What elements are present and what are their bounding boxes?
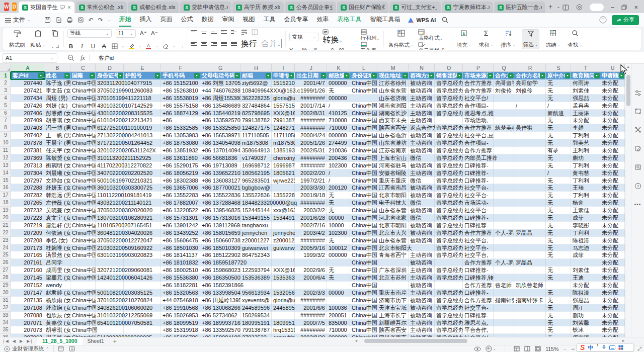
grid-cell[interactable]: 210303200509160922 [96, 244, 124, 252]
grid-cell[interactable]: +44 07546918 [161, 297, 200, 304]
menu-tab[interactable]: 效率 [317, 13, 329, 27]
horizontal-scroll-thumb[interactable] [364, 339, 467, 343]
grid-cell[interactable]: 罗晶晶 [514, 259, 546, 267]
grid-cell[interactable]: / [514, 102, 546, 110]
grid-cell[interactable]: +86 15320563 [161, 289, 200, 297]
grid-cell[interactable] [124, 282, 161, 289]
grid-cell[interactable]: 207071 [11, 319, 44, 327]
menu-tab[interactable]: 公式 [181, 13, 193, 27]
grid-cell[interactable]: 微信 [409, 154, 435, 162]
font-name-select[interactable]: 等线⌄ [67, 29, 112, 38]
grid-cell[interactable] [514, 267, 546, 274]
grid-cell[interactable]: guiwanwei [240, 244, 272, 252]
grid-cell[interactable]: 320721200209060081 [96, 267, 124, 274]
column-header-cell[interactable]: 邮箱 [240, 72, 272, 79]
grid-cell[interactable]: 口碑推荐- [463, 312, 494, 319]
grid-cell[interactable]: 凯欣曾老师 [514, 282, 546, 289]
grid-cell[interactable]: 未分配 [600, 319, 625, 327]
grid-cell[interactable]: 153449155 [240, 214, 272, 222]
grid-cell[interactable]: +86 1335925706 [200, 326, 240, 334]
filter-button-icon[interactable] [429, 73, 434, 78]
grid-cell[interactable]: China中国 [350, 214, 377, 222]
print-icon[interactable] [66, 17, 73, 23]
copy-button[interactable]: ⌄ [50, 29, 60, 49]
grid-cell[interactable]: 郭美艺 [571, 139, 600, 147]
grid-cell[interactable]: 主动咨询 [409, 110, 435, 117]
number-format-select[interactable]: 常规⌄ [289, 33, 318, 41]
grid-cell[interactable]: China中国 [70, 222, 96, 229]
prev-sheet-icon[interactable]: ◀ [13, 339, 16, 343]
grid-cell[interactable]: China中国 [70, 199, 96, 207]
column-header-cell[interactable]: 国籍 [70, 72, 96, 79]
grid-cell[interactable]: +86 18874129 [161, 110, 200, 117]
grid-cell[interactable]: gloria@uk [272, 95, 295, 102]
grid-cell[interactable]: 2005/9/16 [295, 244, 327, 252]
grid-cell[interactable]: 未分配 [600, 162, 625, 169]
grid-cell[interactable] [494, 95, 514, 102]
select-all-corner[interactable] [0, 64, 11, 72]
sheet-tab[interactable]: Sheet1 [83, 337, 109, 345]
grid-cell[interactable]: 130703200106280921 [96, 214, 124, 222]
grid-cell[interactable]: +86 19910568 [161, 304, 200, 312]
currency-format-button[interactable]: ¥⌄ [289, 45, 296, 51]
grid-cell[interactable]: China中国 [350, 222, 377, 229]
grid-cell[interactable]: 864752343 [240, 251, 272, 259]
grid-cell[interactable] [240, 282, 272, 289]
row-number[interactable]: 13 [0, 162, 11, 169]
grid-cell[interactable] [96, 326, 124, 334]
grid-cell[interactable]: 207152 [11, 282, 44, 289]
format-painter-button[interactable]: 格式刷 [8, 29, 26, 49]
grid-cell[interactable]: 169698712 [240, 162, 272, 169]
grid-cell[interactable]: 未分配 [600, 110, 625, 117]
column-letter[interactable]: Q [494, 64, 514, 72]
grid-cell[interactable]: ######## [295, 95, 327, 102]
table-style-button[interactable]: 表格样式⌄ [418, 29, 448, 42]
grid-cell[interactable]: XXX@163. [272, 110, 295, 117]
grid-cell[interactable]: 陈祖清 [571, 289, 600, 297]
grid-cell[interactable]: +86 15332585 [161, 124, 200, 132]
filter-button-icon[interactable] [90, 73, 95, 78]
page-break-view-icon[interactable] [535, 346, 541, 351]
grid-cell[interactable]: +86 18595187720 [200, 259, 240, 267]
grid-cell[interactable]: +86 1582391866 [200, 282, 240, 289]
grid-cell[interactable]: 主动咨询 [409, 95, 435, 102]
grid-cell[interactable]: 207108 [11, 304, 44, 312]
scroll-up-icon[interactable]: ▲ [625, 64, 631, 70]
sum-button[interactable]: Σ 求和⌄ [477, 29, 495, 49]
grid-cell[interactable]: 唐浩轩 (男 [44, 222, 70, 229]
grid-cell[interactable]: 丁利利 [571, 177, 600, 185]
grid-cell[interactable]: 舒欣娴 (女 [44, 304, 70, 312]
book-search-icon[interactable] [634, 164, 641, 170]
grid-cell[interactable]: 无 [327, 199, 350, 207]
grid-cell[interactable]: China中国 [350, 326, 377, 334]
sogou-logo[interactable]: S [580, 344, 585, 351]
grid-cell[interactable]: 市场活动, [463, 117, 494, 124]
grid-cell[interactable]: 孟冉冉 [571, 102, 600, 110]
column-letter[interactable]: D [96, 64, 124, 72]
grid-cell[interactable]: +86 17882007 [161, 199, 200, 207]
file-tab[interactable]: S宁夏教师样本.xlsx [442, 2, 493, 13]
language-mode-button[interactable]: 中 ⌄ [486, 345, 497, 352]
grid-cell[interactable]: 180562195 [240, 169, 272, 177]
grid-cell[interactable]: z20001227 [272, 237, 295, 244]
grid-cell[interactable]: 留学总经办 [435, 95, 463, 102]
grid-cell[interactable]: China中国 [70, 102, 96, 110]
grid-cell[interactable]: 未分配 [600, 117, 625, 124]
menu-tab[interactable]: 审阅 [222, 13, 234, 27]
grid-cell[interactable]: China中国 [70, 267, 96, 274]
grid-cell[interactable]: China中国 [70, 326, 96, 334]
grid-cell[interactable]: 留学总经办 [435, 244, 463, 252]
grid-cell[interactable]: 社交平台, [463, 251, 494, 259]
grid-cell[interactable]: 370502199901260083 [96, 87, 124, 95]
grid-cell[interactable] [514, 312, 546, 319]
grid-cell[interactable] [272, 251, 295, 259]
underline-button[interactable]: U [90, 43, 97, 49]
grid-cell[interactable] [514, 207, 546, 214]
name-box[interactable]: A1 ⌄ [2, 53, 57, 63]
grid-cell[interactable]: 留学总经办 [435, 214, 463, 222]
row-number[interactable]: 2 [0, 79, 11, 87]
grid-cell[interactable]: guiwanwei [272, 244, 295, 252]
grid-cell[interactable]: China中国 [350, 102, 377, 110]
grid-cell[interactable]: 138519326 [272, 147, 295, 154]
grid-cell[interactable] [514, 274, 546, 282]
